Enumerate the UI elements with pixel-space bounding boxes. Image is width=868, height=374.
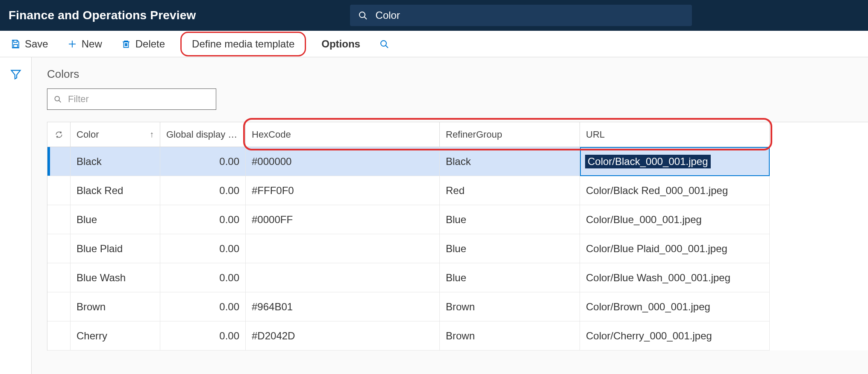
cell-global-display[interactable]: 0.00 bbox=[160, 234, 246, 263]
delete-button[interactable]: Delete bbox=[118, 35, 168, 53]
cell-refinergroup[interactable]: Red bbox=[440, 176, 580, 205]
cell-refinergroup[interactable]: Blue bbox=[440, 205, 580, 234]
row-marker[interactable] bbox=[47, 263, 71, 292]
table-row[interactable]: Black0.00#000000BlackColor/Black_000_001… bbox=[47, 147, 868, 176]
cell-url-value: Color/Blue Plaid_000_001.jpeg bbox=[586, 243, 727, 255]
cell-url[interactable]: Color/Cherry_000_001.jpeg bbox=[580, 321, 770, 350]
row-marker[interactable] bbox=[47, 147, 71, 176]
cell-hexcode[interactable] bbox=[246, 234, 440, 263]
row-marker[interactable] bbox=[47, 205, 71, 234]
app-header: Finance and Operations Preview bbox=[0, 0, 868, 31]
grid-filter[interactable] bbox=[47, 88, 216, 110]
column-header-color[interactable]: Color ↑ bbox=[71, 122, 160, 147]
svg-rect-2 bbox=[14, 40, 17, 42]
cell-url[interactable]: Color/Blue Wash_000_001.jpeg bbox=[580, 263, 770, 292]
column-header-refinergroup[interactable]: RefinerGroup bbox=[440, 122, 580, 147]
grid-header: Color ↑ Global display … HexCode Refiner… bbox=[47, 122, 868, 147]
cell-url[interactable]: Color/Black Red_000_001.jpeg bbox=[580, 176, 770, 205]
cell-refinergroup[interactable]: Blue bbox=[440, 263, 580, 292]
cell-url[interactable]: Color/Brown_000_001.jpeg bbox=[580, 292, 770, 321]
table-row[interactable]: Blue Wash0.00BlueColor/Blue Wash_000_001… bbox=[47, 263, 868, 292]
cell-hexcode[interactable] bbox=[246, 263, 440, 292]
cell-global-display[interactable]: 0.00 bbox=[160, 321, 246, 350]
column-header-hexcode-label: HexCode bbox=[252, 129, 291, 140]
cell-color[interactable]: Blue Wash bbox=[71, 263, 160, 292]
options-button[interactable]: Options bbox=[318, 35, 364, 53]
svg-line-1 bbox=[364, 17, 367, 20]
cell-hexcode[interactable]: #964B01 bbox=[246, 292, 440, 321]
svg-rect-3 bbox=[14, 44, 18, 47]
cell-color[interactable]: Blue Plaid bbox=[71, 234, 160, 263]
table-row[interactable]: Blue Plaid0.00BlueColor/Blue Plaid_000_0… bbox=[47, 234, 868, 263]
column-select-all[interactable] bbox=[47, 122, 71, 147]
column-header-refinergroup-label: RefinerGroup bbox=[446, 129, 502, 140]
column-header-color-label: Color bbox=[77, 129, 99, 140]
row-marker[interactable] bbox=[47, 176, 71, 205]
main-area: Colors bbox=[0, 57, 868, 374]
cell-url-value: Color/Blue_000_001.jpeg bbox=[586, 214, 702, 226]
cell-color[interactable]: Black Red bbox=[71, 176, 160, 205]
column-header-global-display-label: Global display … bbox=[166, 129, 237, 140]
cell-refinergroup[interactable]: Brown bbox=[440, 292, 580, 321]
cell-hexcode[interactable]: #0000FF bbox=[246, 205, 440, 234]
page-title: Colors bbox=[47, 68, 868, 81]
table-row[interactable]: Blue0.00#0000FFBlueColor/Blue_000_001.jp… bbox=[47, 205, 868, 234]
global-search[interactable] bbox=[350, 5, 692, 26]
table-row[interactable]: Black Red0.00#FFF0F0RedColor/Black Red_0… bbox=[47, 176, 868, 205]
column-header-hexcode[interactable]: HexCode bbox=[246, 122, 440, 147]
plus-icon bbox=[67, 39, 77, 49]
cell-hexcode[interactable]: #FFF0F0 bbox=[246, 176, 440, 205]
row-marker[interactable] bbox=[47, 321, 71, 350]
table-row[interactable]: Cherry0.00#D2042DBrownColor/Cherry_000_0… bbox=[47, 321, 868, 350]
cell-global-display[interactable]: 0.00 bbox=[160, 205, 246, 234]
search-icon bbox=[53, 95, 62, 103]
cell-global-display[interactable]: 0.00 bbox=[160, 263, 246, 292]
table-row[interactable]: Brown0.00#964B01BrownColor/Brown_000_001… bbox=[47, 292, 868, 321]
column-header-url-label: URL bbox=[586, 129, 605, 140]
cell-global-display[interactable]: 0.00 bbox=[160, 292, 246, 321]
cell-color[interactable]: Cherry bbox=[71, 321, 160, 350]
save-label: Save bbox=[25, 38, 48, 50]
funnel-icon[interactable] bbox=[10, 68, 22, 374]
cell-hexcode[interactable]: #000000 bbox=[246, 147, 440, 176]
options-label: Options bbox=[321, 38, 360, 50]
new-button[interactable]: New bbox=[64, 35, 106, 53]
svg-point-12 bbox=[55, 96, 59, 101]
cell-color[interactable]: Blue bbox=[71, 205, 160, 234]
save-button[interactable]: Save bbox=[7, 35, 52, 53]
row-marker[interactable] bbox=[47, 292, 71, 321]
define-media-template-button[interactable]: Define media template bbox=[180, 32, 306, 56]
cell-hexcode[interactable]: #D2042D bbox=[246, 321, 440, 350]
cell-color[interactable]: Black bbox=[71, 147, 160, 176]
svg-line-13 bbox=[59, 100, 61, 103]
search-icon bbox=[358, 10, 368, 21]
new-label: New bbox=[82, 38, 102, 50]
cell-global-display[interactable]: 0.00 bbox=[160, 176, 246, 205]
action-search-button[interactable] bbox=[376, 36, 393, 52]
save-icon bbox=[10, 39, 21, 49]
column-header-global-display[interactable]: Global display … bbox=[160, 122, 246, 147]
refresh-icon bbox=[55, 130, 63, 139]
cell-url-value: Color/Cherry_000_001.jpeg bbox=[586, 330, 712, 342]
cell-url-value: Color/Blue Wash_000_001.jpeg bbox=[586, 272, 730, 284]
trash-icon bbox=[121, 39, 131, 49]
cell-color[interactable]: Brown bbox=[71, 292, 160, 321]
svg-line-11 bbox=[385, 45, 388, 48]
cell-refinergroup[interactable]: Brown bbox=[440, 321, 580, 350]
cell-refinergroup[interactable]: Black bbox=[440, 147, 580, 176]
cell-url[interactable]: Color/Blue_000_001.jpeg bbox=[580, 205, 770, 234]
row-marker[interactable] bbox=[47, 234, 71, 263]
colors-grid: Color ↑ Global display … HexCode Refiner… bbox=[47, 122, 868, 350]
content: Colors bbox=[32, 57, 868, 374]
arrow-up-icon: ↑ bbox=[150, 130, 154, 139]
cell-url-value: Color/Brown_000_001.jpeg bbox=[586, 301, 710, 313]
cell-url[interactable]: Color/Black_000_001.jpeg bbox=[580, 147, 770, 176]
cell-url[interactable]: Color/Blue Plaid_000_001.jpeg bbox=[580, 234, 770, 263]
cell-refinergroup[interactable]: Blue bbox=[440, 234, 580, 263]
grid-filter-input[interactable] bbox=[67, 93, 210, 105]
global-search-input[interactable] bbox=[375, 9, 684, 22]
column-header-url[interactable]: URL bbox=[580, 122, 770, 147]
define-media-template-label: Define media template bbox=[192, 38, 294, 50]
cell-global-display[interactable]: 0.00 bbox=[160, 147, 246, 176]
cell-url-value: Color/Black Red_000_001.jpeg bbox=[586, 185, 728, 197]
